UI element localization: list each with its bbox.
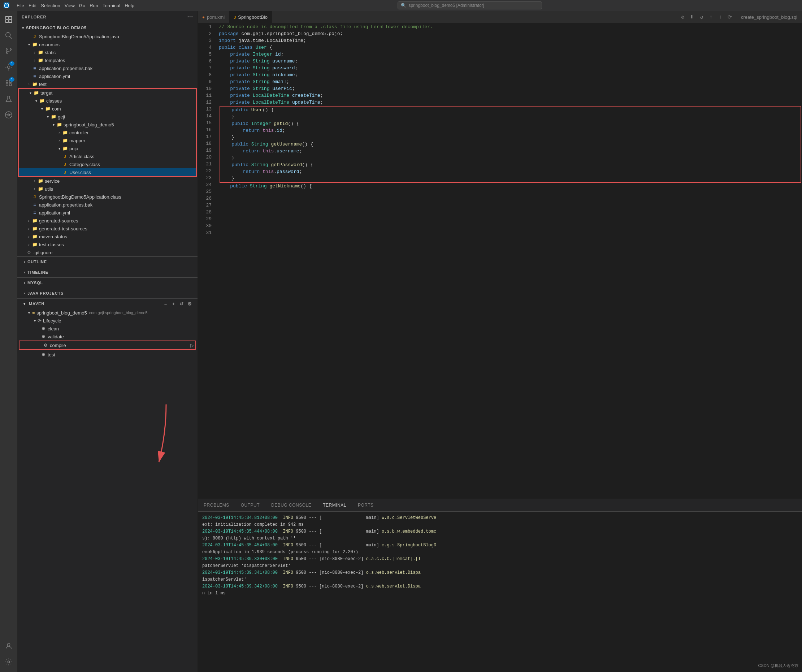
generated-sources-folder[interactable]: › 📁 generated-sources (17, 216, 197, 225)
activity-settings[interactable] (2, 655, 16, 669)
maven-add-icon[interactable]: + (170, 300, 177, 307)
tab-nav-up-icon[interactable]: ↑ (707, 13, 715, 21)
com-folder[interactable]: ▾ 📁 com (19, 105, 196, 113)
maven-test-item[interactable]: ⚙ test (17, 351, 197, 359)
mysql-label: MYSQL (27, 281, 43, 285)
menu-help[interactable]: Help (125, 3, 134, 8)
maven-validate-label: validate (48, 334, 64, 339)
activity-git[interactable] (2, 44, 16, 58)
search-bar[interactable]: 🔍 springboot_blog_demo5 [Administrator] (398, 2, 542, 10)
activity-search[interactable] (2, 28, 16, 43)
tab-pause-icon[interactable]: ⏸ (688, 13, 696, 21)
menu-terminal[interactable]: Terminal (103, 3, 120, 8)
sidebar-tree: ▾ SPRINGBOOT BLOG DEMO5 J SpringbootBlog… (17, 23, 197, 672)
lifecycle-folder[interactable]: ▾ ⟳ Lifecycle (17, 317, 197, 325)
terminal-output[interactable]: 2024-03-19T14:45:34.812+08:00 INFO 9500 … (198, 512, 802, 672)
service-folder[interactable]: › 📁 service (17, 177, 197, 185)
outline-header[interactable]: › OUTLINE (17, 257, 197, 267)
article-class-file[interactable]: J Article.class (19, 152, 196, 160)
static-folder[interactable]: › 📁 static (17, 48, 197, 57)
menu-go[interactable]: Go (79, 3, 85, 8)
menu-view[interactable]: View (65, 3, 75, 8)
maven-compile-highlight: ⚙ compile ▷ (19, 341, 196, 350)
code-line-12: private String userPic; (219, 85, 802, 92)
maven-list-icon[interactable]: ≡ (162, 300, 169, 307)
utils-folder[interactable]: › 📁 utils (17, 185, 197, 193)
tab-ports[interactable]: PORTS (352, 499, 380, 511)
menu-file[interactable]: File (16, 3, 24, 8)
activity-flask[interactable] (2, 92, 16, 106)
target-app-props-bak[interactable]: ≡ application.properties.bak (17, 201, 197, 209)
tab-nav-down-icon[interactable]: ↓ (716, 13, 724, 21)
tab-terminal[interactable]: TERMINAL (317, 499, 352, 511)
target-app-yml[interactable]: ≡ application.yml (17, 209, 197, 216)
user-class-file[interactable]: J User.class (19, 168, 196, 176)
code-line-8: private String username; (219, 58, 802, 65)
main-java-file[interactable]: J SpringbootBlogDemo5Application.java (17, 32, 197, 40)
mapper-folder[interactable]: › 📁 mapper (19, 136, 196, 144)
springboot-pkg-folder[interactable]: ▾ 📁 springboot_blog_demo5 (19, 121, 196, 129)
activity-extensions[interactable]: 1 (2, 76, 16, 90)
menu-run[interactable]: Run (89, 3, 98, 8)
code-line-21: } (220, 134, 800, 141)
maven-project-item[interactable]: ▾ m springboot_blog_demo5 com.geji:sprin… (17, 309, 197, 317)
code-line-19: public Integer getId() { (220, 120, 800, 127)
maven-status-folder[interactable]: › 📁 maven-status (17, 233, 197, 241)
maven-settings-icon[interactable]: ⚙ (186, 300, 193, 307)
tab-split-icon[interactable]: ⟳ (726, 13, 734, 21)
maven-compile-item[interactable]: ⚙ compile ▷ (19, 341, 196, 349)
gitignore-file[interactable]: ⚙ .gitignore (17, 249, 197, 256)
generated-test-sources-folder[interactable]: › 📁 generated-test-sources (17, 225, 197, 233)
pojo-folder[interactable]: ▾ 📁 pojo (19, 144, 196, 152)
controller-label: controller (70, 130, 89, 136)
tab-bar: ◈ pom.xml J SpringbootBlo ⚙ ⏸ ↺ ↑ ↓ ⟳ cr… (198, 11, 802, 23)
templates-folder[interactable]: › 📁 templates (17, 57, 197, 64)
category-class-file[interactable]: J Category.class (19, 160, 196, 168)
tab-debug-console[interactable]: DEBUG CONSOLE (265, 499, 317, 511)
tab-output[interactable]: OUTPUT (235, 499, 265, 511)
activity-debug[interactable]: 1 (2, 60, 16, 74)
activity-account[interactable] (2, 639, 16, 653)
maven-clean-item[interactable]: ⚙ clean (17, 325, 197, 333)
maven-validate-item[interactable]: ⚙ validate (17, 333, 197, 341)
explorer-more[interactable]: ··· (188, 14, 193, 20)
panel-tabs: PROBLEMS OUTPUT DEBUG CONSOLE TERMINAL P… (198, 499, 802, 512)
classes-folder[interactable]: ▾ 📁 classes (19, 97, 196, 105)
tab-problems[interactable]: PROBLEMS (198, 499, 235, 511)
app-props-bak-file[interactable]: ≡ application.properties.bak (17, 64, 197, 72)
tab-refresh-icon[interactable]: ↺ (698, 13, 706, 21)
editor-area: ◈ pom.xml J SpringbootBlo ⚙ ⏸ ↺ ↑ ↓ ⟳ cr… (198, 11, 802, 672)
article-class-label: Article.class (70, 154, 94, 159)
app-yml-file[interactable]: ≡ application.yml (17, 72, 197, 80)
maven-refresh-icon[interactable]: ↺ (178, 300, 185, 307)
test-folder[interactable]: › 📁 test (17, 80, 197, 88)
timeline-header[interactable]: › TIMELINE (17, 267, 197, 277)
target-folder[interactable]: ▾ 📁 target (19, 89, 196, 97)
folder-icon: 📁 (37, 50, 43, 55)
main-java-label: SpringbootBlogDemo5Application.java (39, 34, 119, 39)
tab-pin-icon[interactable]: ⚙ (679, 13, 687, 21)
activity-remote[interactable] (2, 108, 16, 122)
resources-folder[interactable]: ▾ 📁 resources (17, 40, 197, 48)
geji-folder[interactable]: ▾ 📁 geji (19, 113, 196, 121)
gear-icon: ⚙ (40, 334, 46, 339)
tab-springbootblog[interactable]: J SpringbootBlo (229, 11, 272, 23)
svg-point-13 (8, 661, 10, 663)
chevron-right-icon: › (57, 130, 62, 136)
test-classes-folder[interactable]: › 📁 test-classes (17, 241, 197, 249)
controller-folder[interactable]: › 📁 controller (19, 129, 196, 136)
code-editor[interactable]: // Source code is decompiled from a .cla… (216, 23, 802, 499)
tab-create-sql[interactable]: create_springboot_blog.sql (737, 11, 802, 23)
menu-edit[interactable]: Edit (29, 3, 36, 8)
project-root[interactable]: ▾ SPRINGBOOT BLOG DEMO5 (17, 23, 197, 32)
chevron-down-icon: ▾ (33, 98, 39, 103)
activity-explorer[interactable] (2, 12, 16, 27)
java-projects-header[interactable]: › JAVA PROJECTS (17, 288, 197, 298)
run-icon[interactable]: ▷ (190, 342, 194, 348)
maven-header[interactable]: ▾ MAVEN ≡ + ↺ ⚙ (17, 299, 197, 309)
menu-selection[interactable]: Selection (41, 3, 60, 8)
app-class-file[interactable]: J SpringbootBlogDemo5Application.class (17, 193, 197, 201)
tab-pom[interactable]: ◈ pom.xml (198, 11, 229, 23)
mysql-header[interactable]: › MYSQL (17, 278, 197, 288)
activity-bar: 1 1 (0, 11, 17, 672)
